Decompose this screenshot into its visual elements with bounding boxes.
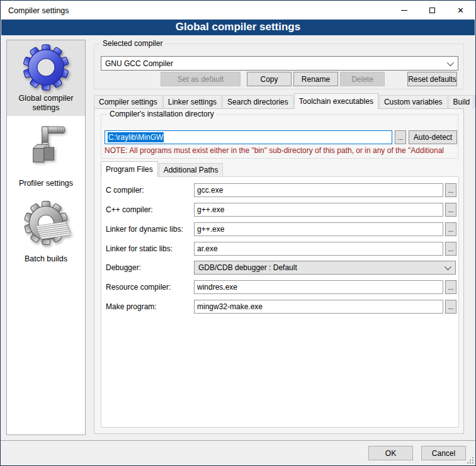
minimize-icon (401, 10, 407, 11)
resource-compiler-label: Resource compiler: (106, 280, 171, 294)
group-legend: Compiler's installation directory (107, 110, 217, 119)
tab-custom-variables[interactable]: Custom variables (379, 95, 448, 109)
cpp-compiler-label: C++ compiler: (106, 203, 153, 217)
tab-additional-paths[interactable]: Additional Paths (159, 163, 224, 177)
dynamic-linker-value: g++.exe (197, 225, 224, 234)
c-compiler-input[interactable]: gcc.exe (194, 183, 443, 197)
tab-search-directories[interactable]: Search directories (222, 95, 293, 109)
compiler-buttons-row: Set as default Copy Rename Delete Reset … (94, 72, 457, 86)
dynamic-linker-browse-button[interactable]: ... (445, 222, 456, 236)
compiler-select[interactable]: GNU GCC Compiler (101, 56, 458, 71)
compiler-select-value: GNU GCC Compiler (105, 59, 173, 68)
cpp-compiler-input[interactable]: g++.exe (194, 203, 443, 217)
static-linker-input[interactable]: ar.exe (194, 242, 443, 256)
install-dir-input[interactable]: C:\raylib\MinGW (105, 130, 392, 144)
set-as-default-button[interactable]: Set as default (161, 72, 241, 86)
cancel-button[interactable]: Cancel (421, 446, 466, 460)
compiler-settings-dialog: Compiler settings ✕ Global compiler sett… (0, 0, 476, 466)
chevron-down-icon (447, 59, 454, 65)
debugger-label: Debugger: (106, 261, 141, 275)
gray-gear-stack-icon (21, 198, 71, 247)
c-compiler-value: gcc.exe (197, 186, 223, 195)
install-dir-value: C:\raylib\MinGW (108, 132, 164, 142)
dynamic-linker-input[interactable]: g++.exe (194, 222, 443, 236)
form-row: C++ compiler: g++.exe ... (101, 203, 458, 217)
make-program-value: mingw32-make.exe (197, 302, 263, 311)
dynamic-linker-label: Linker for dynamic libs: (106, 222, 183, 236)
settings-category-list: Global compiler settings (6, 40, 86, 435)
window-controls: ✕ (390, 1, 475, 20)
program-files-panel: C compiler: gcc.exe ... C++ compiler: g+… (101, 176, 459, 428)
resource-compiler-input[interactable]: windres.exe (194, 280, 443, 294)
form-row: Linker for dynamic libs: g++.exe ... (101, 222, 458, 236)
chevron-down-icon (445, 263, 451, 270)
rename-button[interactable]: Rename (293, 72, 338, 86)
debugger-select[interactable]: GDB/CDB debugger : Default (194, 261, 456, 275)
program-tabs-bar: Program Files Additional Paths (101, 161, 224, 177)
installation-directory-group: Compiler's installation directory C:\ray… (101, 114, 458, 159)
form-row: Resource compiler: windres.exe ... (101, 280, 458, 294)
c-compiler-browse-button[interactable]: ... (445, 183, 456, 197)
form-row: Linker for static libs: ar.exe ... (101, 242, 458, 256)
install-dir-note: NOTE: All programs must exist either in … (105, 146, 457, 155)
selected-compiler-group: Selected compiler GNU GCC Compiler Set a… (94, 43, 464, 89)
toolchain-executables-panel: Compiler's installation directory C:\ray… (94, 108, 464, 434)
close-icon: ✕ (457, 6, 464, 14)
caliper-icon (21, 123, 71, 172)
static-linker-label: Linker for static libs: (106, 242, 173, 256)
sidebar-item-global-compiler-settings[interactable]: Global compiler settings (7, 40, 85, 116)
reset-defaults-button[interactable]: Reset defaults (407, 72, 457, 86)
tab-program-files[interactable]: Program Files (101, 161, 158, 177)
blue-gear-icon (21, 43, 71, 92)
static-linker-value: ar.exe (197, 244, 218, 253)
delete-button[interactable]: Delete (340, 72, 385, 86)
tab-toolchain-executables[interactable]: Toolchain executables (294, 93, 378, 109)
tab-compiler-settings[interactable]: Compiler settings (94, 95, 162, 109)
debugger-value: GDB/CDB debugger : Default (198, 263, 297, 272)
title-bar: Compiler settings ✕ (1, 1, 475, 20)
maximize-icon (429, 8, 435, 13)
make-program-label: Make program: (106, 300, 157, 314)
footer-divider (1, 440, 475, 441)
maximize-button[interactable] (418, 1, 446, 20)
copy-button[interactable]: Copy (247, 72, 292, 86)
form-row: Make program: mingw32-make.exe ... (101, 300, 458, 314)
group-legend: Selected compiler (100, 39, 165, 48)
settings-tab-bar: Compiler settings Linker settings Search… (94, 93, 476, 109)
make-program-browse-button[interactable]: ... (445, 300, 456, 314)
form-row: Debugger: GDB/CDB debugger : Default (101, 261, 458, 275)
form-row: C compiler: gcc.exe ... (101, 183, 458, 197)
tab-linker-settings[interactable]: Linker settings (163, 95, 222, 109)
make-program-input[interactable]: mingw32-make.exe (194, 300, 443, 314)
minimize-button[interactable] (390, 1, 418, 20)
tab-build-options[interactable]: Build (448, 95, 473, 109)
auto-detect-button[interactable]: Auto-detect (409, 130, 457, 144)
cpp-compiler-browse-button[interactable]: ... (445, 203, 456, 217)
close-button[interactable]: ✕ (446, 1, 475, 20)
resize-grip[interactable] (467, 457, 474, 464)
window-title: Compiler settings (1, 6, 69, 15)
sidebar-item-label: Global compiler settings (7, 94, 85, 113)
c-compiler-label: C compiler: (106, 183, 144, 197)
sidebar-item-label: Batch builds (22, 254, 70, 264)
resource-compiler-browse-button[interactable]: ... (445, 280, 456, 294)
install-dir-browse-button[interactable]: ... (395, 130, 406, 144)
cpp-compiler-value: g++.exe (197, 205, 224, 214)
sidebar-item-label: Profiler settings (16, 179, 76, 188)
resource-compiler-value: windres.exe (197, 283, 237, 292)
sidebar-item-batch-builds[interactable]: Batch builds (7, 191, 85, 267)
dialog-header: Global compiler settings (1, 20, 475, 35)
static-linker-browse-button[interactable]: ... (445, 242, 456, 256)
sidebar-item-profiler-settings[interactable]: Profiler settings (7, 116, 85, 191)
ok-button[interactable]: OK (368, 446, 413, 460)
